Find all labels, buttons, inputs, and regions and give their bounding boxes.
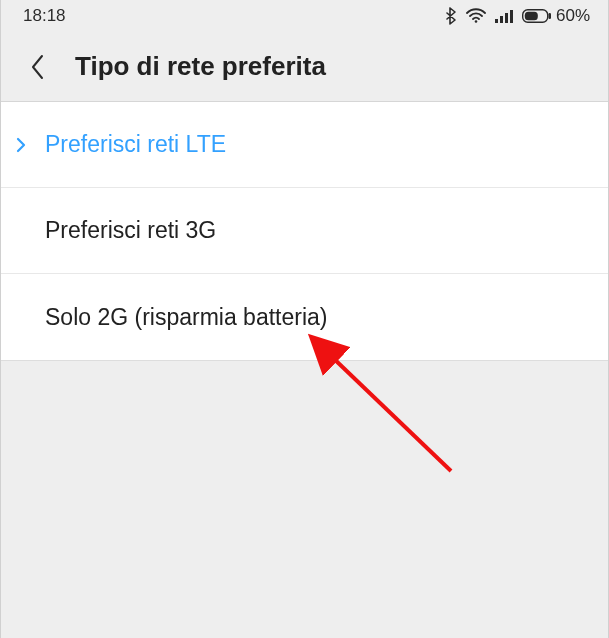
signal-icon: [494, 8, 514, 24]
options-list: Preferisci reti LTE Preferisci reti 3G S…: [1, 102, 608, 360]
option-2g[interactable]: Solo 2G (risparmia batteria): [1, 274, 608, 360]
wifi-icon: [466, 8, 486, 24]
option-3g[interactable]: Preferisci reti 3G: [1, 188, 608, 274]
svg-rect-4: [510, 10, 513, 23]
option-label: Preferisci reti LTE: [45, 131, 226, 158]
svg-point-0: [475, 20, 478, 23]
bluetooth-icon: [444, 7, 458, 25]
svg-line-8: [331, 356, 451, 471]
header: Tipo di rete preferita: [1, 32, 608, 102]
svg-rect-3: [505, 13, 508, 23]
svg-rect-2: [500, 16, 503, 23]
settings-screen: 18:18 60% Tipo di rete preferita: [0, 0, 609, 638]
battery-percentage: 60%: [556, 6, 590, 26]
status-time: 18:18: [23, 6, 66, 26]
empty-area: [1, 360, 608, 638]
status-bar: 18:18 60%: [1, 0, 608, 32]
svg-rect-1: [495, 19, 498, 23]
battery-icon: [522, 9, 552, 23]
page-title: Tipo di rete preferita: [75, 51, 326, 82]
chevron-left-icon: [30, 54, 46, 80]
svg-rect-7: [548, 13, 551, 19]
selected-chevron-icon: [15, 136, 33, 154]
battery-indicator: 60%: [522, 6, 590, 26]
option-label: Preferisci reti 3G: [45, 217, 216, 244]
option-label: Solo 2G (risparmia batteria): [45, 304, 328, 331]
status-right: 60%: [444, 6, 590, 26]
option-lte[interactable]: Preferisci reti LTE: [1, 102, 608, 188]
svg-rect-6: [525, 12, 538, 20]
back-button[interactable]: [21, 50, 55, 84]
